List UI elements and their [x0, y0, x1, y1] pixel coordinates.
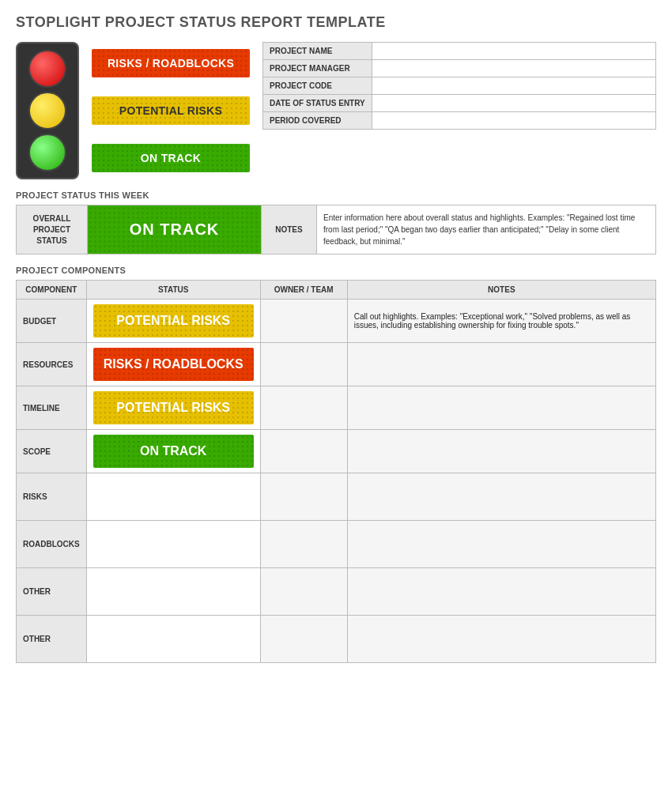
component-notes[interactable] — [347, 473, 655, 521]
component-status: POTENTIAL RISKS — [86, 386, 260, 430]
component-owner[interactable] — [260, 300, 347, 343]
component-notes[interactable] — [347, 568, 655, 616]
stoplight-yellow — [28, 92, 66, 130]
component-status — [86, 568, 260, 616]
component-status: ON TRACK — [86, 430, 260, 473]
stoplight-graphic — [16, 42, 79, 179]
project-info-field-label: PROJECT NAME — [263, 43, 372, 60]
component-status — [86, 473, 260, 521]
component-notes[interactable] — [347, 521, 655, 568]
component-notes[interactable]: Call out highlights. Examples: "Exceptio… — [347, 300, 655, 343]
component-owner[interactable] — [260, 473, 347, 521]
status-week-section-label: PROJECT STATUS THIS WEEK — [16, 190, 656, 200]
component-notes[interactable] — [347, 616, 655, 663]
overall-status-value: ON TRACK — [88, 205, 262, 254]
legend-yellow: POTENTIAL RISKS — [92, 96, 250, 125]
project-info-field-value[interactable] — [372, 60, 655, 77]
component-label: BUDGET — [17, 300, 87, 343]
stoplight-green — [28, 134, 66, 171]
components-section-label: PROJECT COMPONENTS — [16, 266, 656, 275]
project-info-table: PROJECT NAMEPROJECT MANAGERPROJECT CODED… — [262, 42, 656, 130]
project-info-field-value[interactable] — [372, 77, 655, 95]
component-owner[interactable] — [260, 568, 347, 616]
component-status: RISKS / ROADBLOCKS — [86, 343, 260, 386]
project-info-row: PROJECT MANAGER — [263, 60, 656, 77]
component-status — [86, 521, 260, 568]
component-notes[interactable] — [347, 386, 655, 430]
page-title: STOPLIGHT PROJECT STATUS REPORT TEMPLATE — [16, 14, 656, 31]
table-row: BUDGETPOTENTIAL RISKSCall out highlights… — [17, 300, 656, 343]
project-info-field-label: PROJECT MANAGER — [263, 60, 372, 77]
components-table: COMPONENTSTATUSOWNER / TEAMNOTES BUDGETP… — [16, 280, 656, 663]
project-info-row: PERIOD COVERED — [263, 112, 656, 130]
status-week-table: OVERALLPROJECTSTATUS ON TRACK NOTES Ente… — [16, 205, 656, 254]
component-label: SCOPE — [17, 430, 87, 473]
notes-label: NOTES — [262, 205, 317, 254]
legend-box: RISKS / ROADBLOCKS POTENTIAL RISKS ON TR… — [92, 42, 250, 179]
status-cell-inner: POTENTIAL RISKS — [93, 304, 254, 337]
project-info-field-label: PERIOD COVERED — [263, 112, 372, 130]
stoplight-red — [28, 50, 66, 88]
project-info-field-label: DATE OF STATUS ENTRY — [263, 95, 372, 112]
component-label: OTHER — [17, 616, 87, 663]
components-col-header: COMPONENT — [17, 281, 87, 300]
component-owner[interactable] — [260, 386, 347, 430]
top-section: RISKS / ROADBLOCKS POTENTIAL RISKS ON TR… — [16, 42, 656, 179]
component-label: RESOURCES — [17, 343, 87, 386]
component-owner[interactable] — [260, 430, 347, 473]
table-row: SCOPEON TRACK — [17, 430, 656, 473]
component-owner[interactable] — [260, 521, 347, 568]
table-row: OTHER — [17, 568, 656, 616]
component-notes[interactable] — [347, 430, 655, 473]
status-cell-inner: RISKS / ROADBLOCKS — [93, 348, 254, 381]
table-row: OTHER — [17, 616, 656, 663]
project-info-field-label: PROJECT CODE — [263, 77, 372, 95]
project-info-field-value[interactable] — [372, 112, 655, 130]
project-info-field-value[interactable] — [372, 43, 655, 60]
table-row: RISKS — [17, 473, 656, 521]
status-cell-inner: POTENTIAL RISKS — [93, 391, 254, 424]
table-row: ROADBLOCKS — [17, 521, 656, 568]
legend-red: RISKS / ROADBLOCKS — [92, 49, 250, 77]
component-label: TIMELINE — [17, 386, 87, 430]
table-row: TIMELINEPOTENTIAL RISKS — [17, 386, 656, 430]
component-status: POTENTIAL RISKS — [86, 300, 260, 343]
status-cell-inner: ON TRACK — [93, 435, 254, 468]
component-label: ROADBLOCKS — [17, 521, 87, 568]
status-week-notes: Enter information here about overall sta… — [317, 205, 656, 254]
components-col-header: STATUS — [86, 281, 260, 300]
overall-project-status-label: OVERALLPROJECTSTATUS — [17, 205, 88, 254]
table-row: RESOURCESRISKS / ROADBLOCKS — [17, 343, 656, 386]
components-col-header: NOTES — [347, 281, 655, 300]
component-notes[interactable] — [347, 343, 655, 386]
components-col-header: OWNER / TEAM — [260, 281, 347, 300]
project-info-row: PROJECT NAME — [263, 43, 656, 60]
component-owner[interactable] — [260, 343, 347, 386]
project-info-row: DATE OF STATUS ENTRY — [263, 95, 656, 112]
project-info-row: PROJECT CODE — [263, 77, 656, 95]
component-label: RISKS — [17, 473, 87, 521]
component-label: OTHER — [17, 568, 87, 616]
project-info-field-value[interactable] — [372, 95, 655, 112]
component-owner[interactable] — [260, 616, 347, 663]
legend-green: ON TRACK — [92, 144, 250, 172]
component-status — [86, 616, 260, 663]
